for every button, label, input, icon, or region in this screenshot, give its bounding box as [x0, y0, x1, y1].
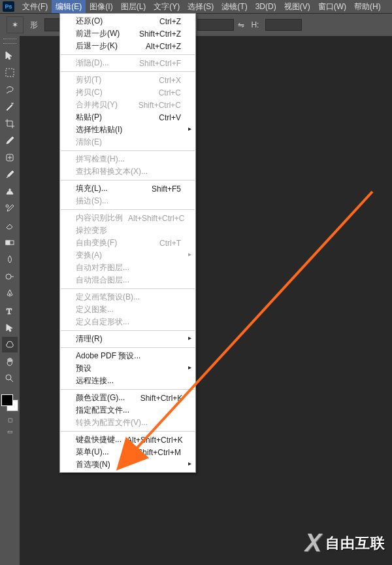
menu-row: 自由变换(F)Ctrl+T [60, 237, 195, 249]
menu-row-shortcut: Alt+Shift+Ctrl+M [118, 448, 181, 457]
eyedropper-tool[interactable] [2, 133, 18, 148]
menu-item[interactable]: 3D(D) [252, 0, 280, 13]
panel-grip[interactable] [3, 39, 16, 44]
magic-wand-tool[interactable] [2, 99, 18, 114]
menu-row[interactable]: 清理(R) [60, 333, 195, 345]
menu-row-shortcut: Ctrl+C [123, 88, 181, 97]
menu-row-label: 菜单(U)... [76, 447, 118, 458]
menu-row[interactable]: 还原(O)Ctrl+Z [60, 15, 195, 27]
gradient-tool[interactable] [2, 235, 18, 250]
dodge-tool[interactable] [2, 269, 18, 284]
menu-item[interactable]: 文字(Y) [150, 0, 184, 13]
menu-row[interactable]: 颜色设置(G)...Shift+Ctrl+K [60, 392, 195, 404]
menu-row[interactable]: 指定配置文件... [60, 404, 195, 417]
crop-tool[interactable] [2, 116, 18, 131]
menu-row-shortcut: Shift+Ctrl+Z [123, 29, 181, 39]
menu-row-shortcut: Alt+Ctrl+Z [123, 42, 181, 51]
menu-row[interactable]: 菜单(U)...Alt+Shift+Ctrl+M [60, 446, 195, 458]
shape-mode-label: 形 [27, 20, 41, 31]
tool-preset-picker[interactable]: ✶ [7, 16, 24, 33]
menu-row-label: 清理(R) [76, 334, 181, 345]
menu-row-label: 拷贝(C) [76, 87, 123, 98]
zoom-tool[interactable] [2, 371, 18, 386]
brand-text: 自由互联 [325, 534, 385, 553]
color-swatches[interactable] [1, 394, 18, 411]
menu-item[interactable]: 滤镜(T) [218, 0, 251, 13]
menu-item[interactable]: 图像(I) [86, 0, 116, 13]
menu-row-label: 自动对齐图层... [76, 262, 181, 273]
menu-row-label: 剪切(T) [76, 75, 123, 86]
menu-row-label: 操控变形 [76, 225, 181, 236]
menu-row[interactable]: Adobe PDF 预设... [60, 350, 195, 362]
menu-row[interactable]: 填充(L)...Shift+F5 [60, 182, 195, 195]
height-input[interactable] [265, 19, 302, 31]
menu-row[interactable]: 粘贴(P)Ctrl+V [60, 111, 195, 124]
menu-item[interactable]: 文件(F) [18, 0, 52, 13]
move-tool[interactable] [2, 48, 18, 63]
menu-item[interactable]: 窗口(W) [314, 0, 350, 13]
menu-row-label: 清除(E) [76, 137, 181, 148]
menu-item[interactable]: 图层(L) [117, 0, 150, 13]
menu-row-label: 填充(L)... [76, 183, 123, 194]
menu-row-shortcut: Alt+Shift+Ctrl+K [122, 436, 181, 445]
path-selection-tool[interactable] [2, 320, 18, 335]
menu-row[interactable]: 前进一步(W)Shift+Ctrl+Z [60, 27, 195, 40]
menu-row[interactable]: 预设 [60, 362, 195, 375]
menu-row-label: 指定配置文件... [76, 405, 181, 416]
svg-point-2 [6, 205, 8, 207]
width-input[interactable] [197, 19, 234, 31]
custom-shape-tool[interactable] [2, 337, 18, 352]
menu-row[interactable]: 首选项(N) [60, 458, 195, 471]
menu-row-shortcut: Shift+Ctrl+K [125, 394, 182, 403]
menu-item[interactable]: 选择(S) [184, 0, 218, 13]
menu-row: 定义图案... [60, 303, 195, 316]
history-brush-tool[interactable] [2, 201, 18, 216]
menu-row[interactable]: 选择性粘贴(I) [60, 124, 195, 136]
menu-row-label: 定义自定形状... [76, 317, 181, 328]
menu-row: 剪切(T)Ctrl+X [60, 74, 195, 86]
menu-row: 内容识别比例Alt+Shift+Ctrl+C [60, 212, 195, 224]
brush-tool[interactable] [2, 167, 18, 182]
menu-row-label: 定义图案... [76, 304, 181, 315]
menu-item[interactable]: 编辑(E) [52, 0, 86, 13]
healing-brush-tool[interactable] [2, 150, 18, 165]
eraser-tool[interactable] [2, 218, 18, 233]
svg-point-5 [6, 274, 11, 279]
type-tool[interactable]: T [2, 303, 18, 318]
lasso-tool[interactable] [2, 82, 18, 97]
menu-row: 定义自定形状... [60, 316, 195, 328]
menu-row-shortcut: Shift+F5 [123, 184, 181, 194]
menu-row: 定义画笔预设(B)... [60, 291, 195, 303]
menu-row-label: 颜色设置(G)... [76, 392, 125, 403]
link-icon[interactable]: ⇋ [238, 20, 244, 29]
foreground-color[interactable] [1, 394, 13, 406]
menu-row[interactable]: 键盘快捷键...Alt+Shift+Ctrl+K [60, 434, 195, 446]
menu-row: 自动对齐图层... [60, 262, 195, 274]
menu-row[interactable]: 远程连接... [60, 375, 195, 387]
brand-watermark: X 自由互联 [305, 529, 385, 557]
svg-rect-0 [6, 69, 14, 77]
menu-row-label: 拼写检查(H)... [76, 154, 181, 165]
clone-stamp-tool[interactable] [2, 184, 18, 199]
menu-row-label: 渐隐(D)... [76, 58, 123, 69]
menu-row: 变换(A) [60, 249, 195, 262]
screen-mode-icon[interactable]: ▭ [7, 428, 13, 435]
menu-item[interactable]: 视图(V) [280, 0, 314, 13]
menu-row-shortcut: Alt+Shift+Ctrl+C [123, 214, 181, 223]
menu-row-label: 后退一步(K) [76, 41, 123, 52]
menu-row-shortcut: Ctrl+X [123, 76, 181, 85]
menu-row: 描边(S)... [60, 195, 195, 207]
blur-tool[interactable] [2, 252, 18, 267]
app-logo: Ps [3, 1, 14, 12]
menu-row[interactable]: 后退一步(K)Alt+Ctrl+Z [60, 40, 195, 52]
quick-mask-icon[interactable]: ◻ [8, 417, 12, 423]
menu-row-label: 合并拷贝(Y) [76, 99, 123, 111]
menu-row-label: 描边(S)... [76, 196, 181, 207]
hand-tool[interactable] [2, 354, 18, 369]
brand-x-icon: X [305, 529, 321, 557]
menu-item[interactable]: 帮助(H) [350, 0, 385, 13]
marquee-tool[interactable] [2, 65, 18, 80]
menu-row-shortcut: Shift+Ctrl+F [123, 59, 181, 68]
menu-row: 自动混合图层... [60, 274, 195, 286]
pen-tool[interactable] [2, 286, 18, 301]
